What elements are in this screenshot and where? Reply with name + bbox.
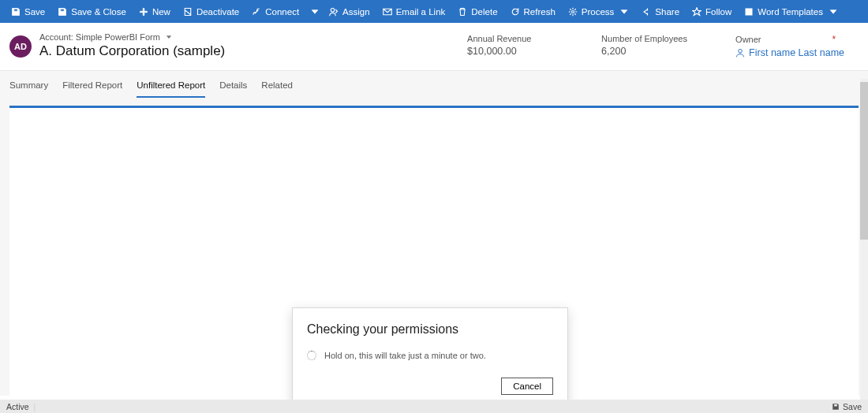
revenue-value: $10,000.00	[467, 46, 554, 57]
svg-point-3	[739, 50, 743, 54]
chevron-down-icon	[829, 7, 838, 17]
chevron-down-icon	[165, 33, 173, 41]
email-link-button[interactable]: Email a Link	[376, 0, 452, 23]
tab-details[interactable]: Details	[219, 80, 247, 98]
chevron-down-icon	[619, 7, 629, 17]
connect-label: Connect	[265, 7, 299, 17]
permissions-dialog: Checking your permissions Hold on, this …	[292, 307, 568, 407]
email-link-label: Email a Link	[396, 7, 446, 17]
new-button[interactable]: New	[133, 0, 177, 23]
share-button[interactable]: Share	[635, 0, 686, 23]
connect-dropdown[interactable]	[305, 0, 323, 23]
refresh-label: Refresh	[524, 7, 556, 17]
breadcrumb-text: Account: Simple PowerBI Form	[39, 32, 160, 42]
status-bar: Active | Save	[0, 400, 868, 413]
share-icon	[642, 7, 651, 17]
deactivate-button[interactable]: Deactivate	[177, 0, 245, 23]
svg-point-0	[331, 8, 335, 12]
tab-summary[interactable]: Summary	[9, 80, 48, 98]
assign-label: Assign	[342, 7, 370, 17]
connect-button[interactable]: Connect	[245, 0, 305, 23]
word-templates-button[interactable]: Word Templates	[738, 0, 844, 23]
email-icon	[383, 7, 392, 17]
save-close-button[interactable]: Save & Close	[51, 0, 133, 23]
employees-label: Number of Employees	[601, 34, 688, 43]
deactivate-label: Deactivate	[196, 7, 239, 17]
process-label: Process	[582, 7, 615, 17]
save-icon	[11, 7, 21, 17]
meta-owner: Owner * First name Last name	[735, 34, 844, 58]
owner-value: First name Last name	[749, 47, 844, 58]
required-indicator: *	[832, 34, 836, 45]
svg-point-1	[571, 10, 574, 13]
deactivate-icon	[183, 7, 193, 17]
trash-icon	[458, 7, 467, 17]
person-icon	[735, 48, 745, 58]
cancel-button[interactable]: Cancel	[501, 378, 553, 395]
owner-link[interactable]: First name Last name	[735, 47, 844, 58]
refresh-icon	[511, 7, 520, 17]
chevron-down-icon	[310, 7, 320, 17]
tab-related[interactable]: Related	[261, 80, 293, 98]
save-close-label: Save & Close	[71, 7, 126, 17]
footer-save[interactable]: Save	[843, 402, 862, 411]
tablist: Summary Filtered Report Unfiltered Repor…	[9, 80, 859, 98]
record-header: AD Account: Simple PowerBI Form A. Datum…	[0, 23, 868, 70]
plus-icon	[139, 7, 148, 17]
status-text: Active	[6, 402, 29, 411]
follow-label: Follow	[705, 7, 731, 17]
gear-icon	[568, 7, 578, 17]
save-label: Save	[24, 7, 45, 17]
new-label: New	[152, 7, 170, 17]
delete-label: Delete	[471, 7, 497, 17]
owner-label: Owner	[735, 35, 761, 44]
save-icon	[832, 403, 840, 411]
star-icon	[692, 7, 702, 17]
save-close-icon	[58, 7, 67, 17]
word-icon	[744, 7, 754, 17]
assign-icon	[329, 7, 339, 17]
word-templates-label: Word Templates	[758, 7, 823, 17]
meta-revenue: Annual Revenue $10,000.00	[467, 34, 554, 58]
scroll-thumb[interactable]	[860, 82, 868, 240]
assign-button[interactable]: Assign	[323, 0, 376, 23]
delete-button[interactable]: Delete	[451, 0, 503, 23]
connect-icon	[252, 7, 261, 17]
meta-employees: Number of Employees 6,200	[601, 34, 688, 58]
employees-value: 6,200	[601, 46, 688, 57]
dialog-title: Checking your permissions	[307, 322, 553, 337]
tab-filtered-report[interactable]: Filtered Report	[62, 80, 122, 98]
refresh-button[interactable]: Refresh	[504, 0, 562, 23]
page-title: A. Datum Corporation (sample)	[39, 43, 225, 59]
avatar: AD	[9, 35, 32, 58]
dialog-message: Hold on, this will take just a minute or…	[324, 351, 486, 360]
revenue-label: Annual Revenue	[467, 34, 554, 43]
breadcrumb[interactable]: Account: Simple PowerBI Form	[39, 32, 225, 42]
spinner-icon	[307, 351, 316, 360]
vertical-scrollbar[interactable]	[860, 79, 868, 404]
svg-rect-2	[746, 8, 753, 15]
share-label: Share	[655, 7, 679, 17]
process-button[interactable]: Process	[562, 0, 636, 23]
tab-unfiltered-report[interactable]: Unfiltered Report	[137, 80, 205, 98]
save-button[interactable]: Save	[5, 0, 51, 23]
follow-button[interactable]: Follow	[686, 0, 738, 23]
